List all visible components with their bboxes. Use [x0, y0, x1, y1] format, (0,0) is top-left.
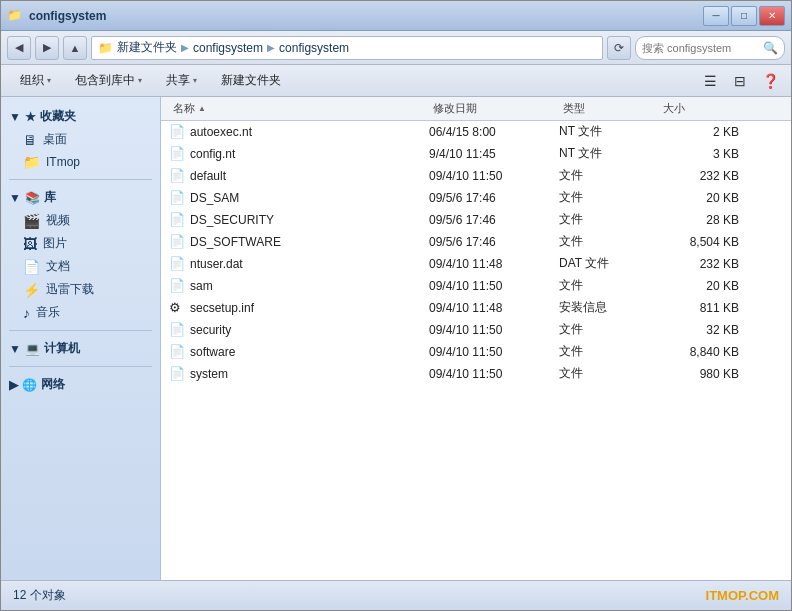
new-folder-button[interactable]: 新建文件夹 — [210, 68, 292, 94]
sidebar-item-video-label: 视频 — [46, 212, 70, 229]
file-date: 09/4/10 11:48 — [429, 257, 559, 271]
file-row[interactable]: 📄 DS_SECURITY 09/5/6 17:46 文件 28 KB — [161, 209, 791, 231]
sidebar-item-itmop-label: ITmop — [46, 155, 80, 169]
column-header-type[interactable]: 类型 — [559, 101, 659, 116]
share-button[interactable]: 共享 ▾ — [155, 68, 208, 94]
file-type: NT 文件 — [559, 145, 659, 162]
sidebar-item-pictures[interactable]: 🖼 图片 — [1, 232, 160, 255]
help-button[interactable]: ❓ — [757, 68, 783, 94]
file-icon: 📄 — [169, 190, 185, 205]
main-area: ▼ ★ 收藏夹 🖥 桌面 📁 ITmop ▼ 📚 库 — [1, 97, 791, 580]
library-header[interactable]: ▼ 📚 库 — [1, 186, 160, 209]
file-type: NT 文件 — [559, 123, 659, 140]
back-button[interactable]: ◀ — [7, 36, 31, 60]
file-date: 09/4/10 11:48 — [429, 301, 559, 315]
computer-label: 计算机 — [44, 340, 80, 357]
column-header-name[interactable]: 名称 ▲ — [169, 101, 429, 116]
file-row[interactable]: 📄 ntuser.dat 09/4/10 11:48 DAT 文件 232 KB — [161, 253, 791, 275]
sidebar: ▼ ★ 收藏夹 🖥 桌面 📁 ITmop ▼ 📚 库 — [1, 97, 161, 580]
file-type: 文件 — [559, 365, 659, 382]
library-icon: 📚 — [25, 191, 40, 205]
file-date: 09/4/10 11:50 — [429, 169, 559, 183]
title-bar: 📁 configsystem ─ □ ✕ — [1, 1, 791, 31]
breadcrumb-part1: 📁 — [98, 41, 113, 55]
network-header[interactable]: ▶ 🌐 网络 — [1, 373, 160, 396]
breadcrumb-item3[interactable]: configsystem — [279, 41, 349, 55]
toolbar: 组织 ▾ 包含到库中 ▾ 共享 ▾ 新建文件夹 ☰ ⊟ ❓ — [1, 65, 791, 97]
favorites-label: 收藏夹 — [40, 108, 76, 125]
sidebar-item-documents[interactable]: 📄 文档 — [1, 255, 160, 278]
file-row[interactable]: 📄 DS_SOFTWARE 09/5/6 17:46 文件 8,504 KB — [161, 231, 791, 253]
file-type: DAT 文件 — [559, 255, 659, 272]
search-input[interactable] — [642, 42, 759, 54]
documents-icon: 📄 — [23, 259, 40, 275]
organize-chevron: ▾ — [47, 76, 51, 85]
search-bar[interactable]: 🔍 — [635, 36, 785, 60]
file-date: 09/4/10 11:50 — [429, 367, 559, 381]
file-name: DS_SECURITY — [190, 213, 274, 227]
file-size: 20 KB — [659, 279, 739, 293]
share-label: 共享 — [166, 72, 190, 89]
favorites-expand-icon: ▼ — [9, 110, 21, 124]
view-button[interactable]: ☰ — [697, 68, 723, 94]
computer-section: ▼ 💻 计算机 — [1, 337, 160, 360]
file-icon: 📄 — [169, 234, 185, 249]
file-icon: 📄 — [169, 124, 185, 139]
file-name: security — [190, 323, 231, 337]
file-row[interactable]: 📄 sam 09/4/10 11:50 文件 20 KB — [161, 275, 791, 297]
maximize-button[interactable]: □ — [731, 6, 757, 26]
sidebar-item-itmop[interactable]: 📁 ITmop — [1, 151, 160, 173]
file-row[interactable]: 📄 autoexec.nt 06/4/15 8:00 NT 文件 2 KB — [161, 121, 791, 143]
file-size: 8,840 KB — [659, 345, 739, 359]
library-section: ▼ 📚 库 🎬 视频 🖼 图片 📄 文档 ⚡ 迅 — [1, 186, 160, 324]
file-row[interactable]: 📄 system 09/4/10 11:50 文件 980 KB — [161, 363, 791, 385]
file-size: 811 KB — [659, 301, 739, 315]
minimize-button[interactable]: ─ — [703, 6, 729, 26]
up-button[interactable]: ▲ — [63, 36, 87, 60]
network-label: 网络 — [41, 376, 65, 393]
file-type: 文件 — [559, 189, 659, 206]
file-row[interactable]: 📄 software 09/4/10 11:50 文件 8,840 KB — [161, 341, 791, 363]
organize-button[interactable]: 组织 ▾ — [9, 68, 62, 94]
computer-header[interactable]: ▼ 💻 计算机 — [1, 337, 160, 360]
explorer-window: 📁 configsystem ─ □ ✕ ◀ ▶ ▲ 📁 新建文件夹 ▶ con… — [0, 0, 792, 611]
breadcrumb-item2[interactable]: configsystem — [193, 41, 263, 55]
file-icon: 📄 — [169, 146, 185, 161]
file-date: 09/4/10 11:50 — [429, 323, 559, 337]
file-row[interactable]: 📄 security 09/4/10 11:50 文件 32 KB — [161, 319, 791, 341]
view-toggle-button[interactable]: ⊟ — [727, 68, 753, 94]
file-name: ntuser.dat — [190, 257, 243, 271]
file-row[interactable]: 📄 config.nt 9/4/10 11:45 NT 文件 3 KB — [161, 143, 791, 165]
sidebar-item-music[interactable]: ♪ 音乐 — [1, 301, 160, 324]
breadcrumb-item1[interactable]: 新建文件夹 — [117, 39, 177, 56]
file-name: DS_SAM — [190, 191, 239, 205]
breadcrumb-sep2: ▶ — [267, 42, 275, 53]
sidebar-item-desktop[interactable]: 🖥 桌面 — [1, 128, 160, 151]
file-icon: 📄 — [169, 322, 185, 337]
file-row[interactable]: ⚙ secsetup.inf 09/4/10 11:48 安装信息 811 KB — [161, 297, 791, 319]
sidebar-item-video[interactable]: 🎬 视频 — [1, 209, 160, 232]
include-library-button[interactable]: 包含到库中 ▾ — [64, 68, 153, 94]
file-type: 文件 — [559, 321, 659, 338]
file-name: default — [190, 169, 226, 183]
column-header-date[interactable]: 修改日期 — [429, 101, 559, 116]
column-header-size[interactable]: 大小 — [659, 101, 739, 116]
forward-button[interactable]: ▶ — [35, 36, 59, 60]
file-name: autoexec.nt — [190, 125, 252, 139]
organize-label: 组织 — [20, 72, 44, 89]
file-row[interactable]: 📄 default 09/4/10 11:50 文件 232 KB — [161, 165, 791, 187]
video-icon: 🎬 — [23, 213, 40, 229]
close-button[interactable]: ✕ — [759, 6, 785, 26]
search-icon: 🔍 — [763, 41, 778, 55]
sidebar-item-xunlei[interactable]: ⚡ 迅雷下载 — [1, 278, 160, 301]
file-row[interactable]: 📄 DS_SAM 09/5/6 17:46 文件 20 KB — [161, 187, 791, 209]
sidebar-item-music-label: 音乐 — [36, 304, 60, 321]
file-size: 28 KB — [659, 213, 739, 227]
favorites-header[interactable]: ▼ ★ 收藏夹 — [1, 105, 160, 128]
breadcrumb[interactable]: 📁 新建文件夹 ▶ configsystem ▶ configsystem — [91, 36, 603, 60]
file-icon: 📄 — [169, 366, 185, 381]
refresh-button[interactable]: ⟳ — [607, 36, 631, 60]
file-type: 文件 — [559, 343, 659, 360]
file-icon: 📄 — [169, 212, 185, 227]
desktop-icon: 🖥 — [23, 132, 37, 148]
